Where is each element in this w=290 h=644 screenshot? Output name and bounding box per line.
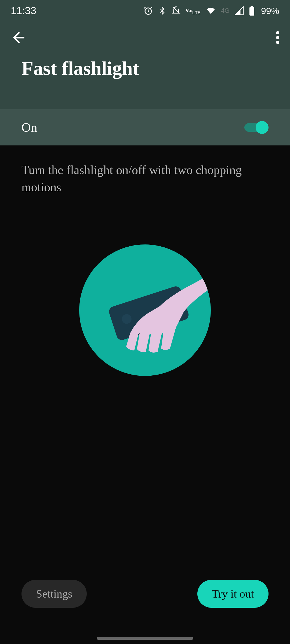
network-label: 4G bbox=[221, 7, 230, 14]
svg-rect-2 bbox=[251, 6, 253, 7]
battery-icon bbox=[249, 6, 255, 16]
header: Fast flashlight bbox=[0, 21, 290, 109]
alarm-icon bbox=[143, 6, 153, 16]
status-time: 11:33 bbox=[11, 5, 36, 17]
status-icons: Vo⟩LTE 4G 99% bbox=[143, 6, 279, 16]
dnd-icon bbox=[171, 6, 181, 16]
page-title: Fast flashlight bbox=[0, 57, 290, 80]
back-button[interactable] bbox=[11, 30, 27, 47]
toggle-switch[interactable] bbox=[243, 121, 269, 134]
svg-point-3 bbox=[276, 31, 279, 34]
signal-icon bbox=[234, 6, 244, 16]
bluetooth-icon bbox=[158, 6, 166, 16]
illustration bbox=[21, 244, 269, 376]
navigation-bar-handle[interactable] bbox=[97, 637, 193, 640]
battery-percent: 99% bbox=[261, 6, 279, 16]
svg-rect-1 bbox=[249, 7, 254, 16]
feature-toggle-row[interactable]: On bbox=[0, 109, 290, 145]
feature-description: Turn the flashlight on/off with two chop… bbox=[21, 162, 269, 196]
action-buttons: Settings Try it out bbox=[0, 580, 290, 608]
svg-point-4 bbox=[276, 36, 279, 39]
toggle-label: On bbox=[21, 120, 37, 135]
svg-point-5 bbox=[276, 41, 279, 44]
volte-icon: Vo⟩LTE bbox=[186, 7, 201, 15]
settings-button[interactable]: Settings bbox=[21, 580, 87, 608]
status-bar: 11:33 Vo⟩LTE 4G 99% bbox=[0, 0, 290, 21]
try-it-out-button[interactable]: Try it out bbox=[197, 580, 269, 608]
more-menu-button[interactable] bbox=[276, 31, 279, 45]
wifi-icon bbox=[205, 6, 216, 15]
content-area: Turn the flashlight on/off with two chop… bbox=[0, 145, 290, 376]
